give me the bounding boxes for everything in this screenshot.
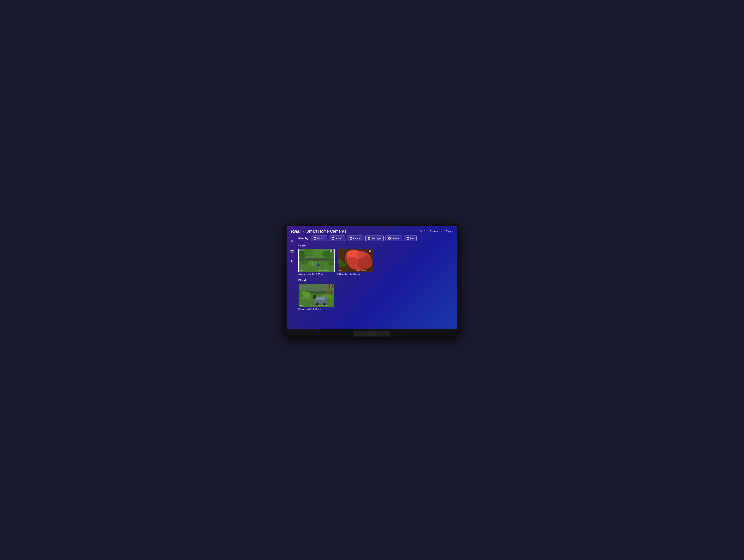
gear-icon: ⚙ (291, 259, 294, 263)
svg-text:2023-06-24 13:55:39: 2023-06-24 13:55:39 (319, 270, 329, 271)
tv-screen: Roku · Smart Home Cameras ✳ * for Option… (287, 226, 457, 329)
home-icon: ⌂ (291, 239, 293, 243)
motion-checkbox (314, 237, 316, 240)
vehicle-checkbox (388, 237, 390, 240)
camera-flood-1-caption: Monday • Jul 3 • 2:06 pm (298, 308, 335, 310)
svg-point-30 (346, 257, 358, 266)
svg-point-10 (319, 261, 329, 265)
svg-point-69 (331, 285, 331, 286)
header: Roku · Smart Home Cameras ✳ * for Option… (287, 226, 457, 236)
header-separator: · (303, 230, 304, 233)
svg-rect-51 (325, 292, 334, 293)
filter-motion-label: Motion (317, 237, 324, 240)
camera-lagoon-1-image: Roku 2023-06-24 13:55:39 (299, 249, 334, 272)
pet-checkbox (407, 237, 409, 240)
camera-lagoon-2-thumb: Roku 2023-06-23 16:58:31 (337, 249, 374, 272)
camera-lagoon-2-caption: Friday • Jun 23 • 4:58 pm (337, 273, 374, 275)
camera-flood-1-image: Roku 2023-07-03 14:06:41 (299, 284, 334, 307)
content-area: Filter by: Motion Sound Person (298, 236, 457, 329)
camera-flood-1[interactable]: Roku 2023-07-03 14:06:41 Monday • Jul 3 … (298, 283, 335, 310)
svg-rect-44 (299, 284, 334, 290)
header-right: ✳ * for Options • 4:33 pm (420, 229, 453, 233)
filter-vehicle-label: Vehicle (392, 237, 399, 240)
filter-motion-button[interactable]: Motion (311, 236, 327, 241)
filter-person-label: Person (353, 237, 361, 240)
header-left: Roku · Smart Home Cameras (291, 229, 346, 234)
camera-flood-1-thumb: Roku 2023-07-03 14:06:41 (298, 283, 335, 307)
filter-bar: Filter by: Motion Sound Person (298, 236, 454, 241)
svg-text:Roku: Roku (300, 270, 303, 271)
app-title: Smart Home Cameras (306, 229, 346, 234)
package-checkbox (368, 237, 370, 240)
tv-brand: TELSTAR (367, 333, 377, 335)
svg-rect-61 (316, 297, 325, 300)
section-flood-title: Flood (298, 279, 454, 282)
svg-text:Roku: Roku (300, 305, 303, 306)
tv-outer: Roku · Smart Home Cameras ✳ * for Option… (285, 224, 459, 336)
filter-pet-label: Pet (410, 237, 414, 240)
sidebar-item-settings[interactable]: ⚙ (289, 258, 295, 264)
options-hint-text: * for Options (424, 230, 438, 233)
filter-label: Filter by: (298, 237, 309, 240)
svg-point-29 (357, 252, 365, 258)
sidebar: ⌂ 📷 ⚙ (287, 236, 298, 329)
tv-stand: TELSTAR (354, 331, 390, 336)
lagoon-camera-grid: Roku 2023-06-24 13:55:39 Saturday • Jun … (298, 249, 454, 275)
camera-lagoon-2[interactable]: Roku 2023-06-23 16:58:31 Friday • Jun 23 (337, 249, 374, 275)
svg-point-8 (301, 260, 308, 264)
camera-history-icon: 📷 (290, 249, 294, 253)
camera-lagoon-1-thumb: Roku 2023-06-24 13:55:39 (298, 249, 335, 272)
sound-checkbox (332, 237, 334, 240)
svg-text:2023-07-03 14:06:41: 2023-07-03 14:06:41 (318, 305, 327, 306)
roku-logo: Roku (291, 229, 300, 234)
camera-lagoon-1-caption: Saturday • Jun 24 • 1:55 pm (298, 273, 335, 275)
clock: 4:33 pm (444, 230, 453, 233)
svg-point-64 (302, 292, 310, 296)
filter-sound-label: Sound (335, 237, 342, 240)
time-dot: • (441, 230, 442, 233)
filter-pet-button[interactable]: Pet (404, 236, 417, 241)
section-lagoon-title: Lagoon (298, 244, 454, 247)
person-checkbox (350, 237, 352, 240)
filter-sound-button[interactable]: Sound (329, 236, 345, 241)
svg-point-41 (370, 251, 370, 251)
sidebar-item-camera-history[interactable]: 📷 (289, 247, 295, 254)
main-layout: ⌂ 📷 ⚙ Filter by: Motion (287, 236, 457, 329)
svg-text:Roku: Roku (339, 270, 342, 271)
section-lagoon: Lagoon (298, 244, 454, 275)
filter-package-label: Package (371, 237, 381, 240)
svg-point-9 (308, 261, 317, 266)
filter-vehicle-button[interactable]: Vehicle (385, 236, 402, 241)
asterisk-icon: ✳ (420, 229, 423, 233)
sidebar-item-home[interactable]: ⌂ (289, 237, 295, 244)
section-flood: Flood (298, 279, 454, 310)
svg-point-22 (331, 251, 331, 251)
svg-point-17 (318, 262, 319, 264)
camera-lagoon-2-image: Roku 2023-06-23 16:58:31 (338, 249, 373, 272)
svg-rect-34 (344, 249, 345, 272)
camera-lagoon-1[interactable]: Roku 2023-06-24 13:55:39 Saturday • Jun … (298, 249, 335, 275)
svg-rect-50 (325, 287, 334, 288)
svg-text:2023-06-23 16:58:31: 2023-06-23 16:58:31 (357, 270, 366, 271)
flood-camera-grid: Roku 2023-07-03 14:06:41 Monday • Jul 3 … (298, 283, 454, 310)
filter-person-button[interactable]: Person (347, 236, 364, 241)
filter-package-button[interactable]: Package (365, 236, 384, 241)
